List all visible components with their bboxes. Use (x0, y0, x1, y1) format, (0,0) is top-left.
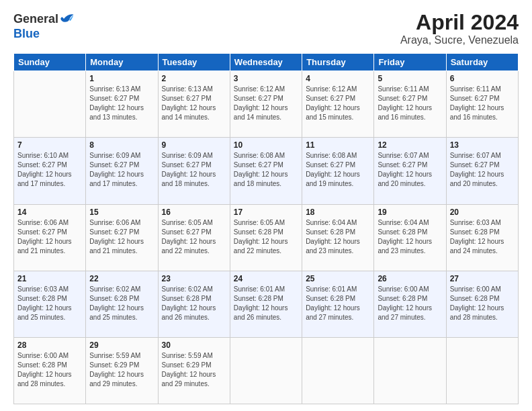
calendar-cell: 3Sunrise: 6:12 AMSunset: 6:27 PMDaylight… (230, 71, 302, 138)
calendar-cell: 4Sunrise: 6:12 AMSunset: 6:27 PMDaylight… (302, 71, 374, 138)
weekday-header-tuesday: Tuesday (158, 54, 230, 71)
weekday-header-monday: Monday (86, 54, 158, 71)
header: General Blue April 2024 Araya, Sucre, Ve… (13, 11, 519, 46)
day-number: 7 (17, 140, 82, 150)
weekday-header-friday: Friday (374, 54, 446, 71)
calendar-cell: 15Sunrise: 6:06 AMSunset: 6:27 PMDayligh… (86, 204, 158, 271)
day-info: Sunrise: 6:13 AMSunset: 6:27 PMDaylight:… (89, 85, 154, 122)
day-number: 19 (378, 208, 442, 217)
day-info: Sunrise: 6:00 AMSunset: 6:28 PMDaylight:… (450, 285, 515, 322)
day-number: 18 (306, 208, 370, 217)
day-number: 23 (162, 274, 226, 283)
day-info: Sunrise: 6:08 AMSunset: 6:27 PMDaylight:… (306, 151, 370, 189)
day-info: Sunrise: 6:00 AMSunset: 6:28 PMDaylight:… (378, 285, 442, 322)
day-number: 3 (234, 74, 298, 83)
calendar-cell: 30Sunrise: 5:59 AMSunset: 6:29 PMDayligh… (158, 337, 230, 404)
day-info: Sunrise: 6:07 AMSunset: 6:27 PMDaylight:… (378, 151, 442, 189)
calendar-cell: 28Sunrise: 6:00 AMSunset: 6:28 PMDayligh… (14, 337, 86, 404)
day-number: 14 (17, 208, 82, 217)
day-info: Sunrise: 5:59 AMSunset: 6:29 PMDaylight:… (162, 351, 226, 389)
day-number: 26 (378, 274, 442, 283)
day-info: Sunrise: 6:09 AMSunset: 6:27 PMDaylight:… (162, 151, 226, 189)
day-number: 11 (306, 140, 370, 150)
weekday-header-saturday: Saturday (446, 54, 518, 71)
calendar-week-1: 1Sunrise: 6:13 AMSunset: 6:27 PMDaylight… (14, 71, 519, 138)
day-number: 16 (162, 208, 226, 217)
calendar-cell (446, 337, 518, 404)
title-block: April 2024 Araya, Sucre, Venezuela (400, 11, 519, 46)
day-info: Sunrise: 6:05 AMSunset: 6:27 PMDaylight:… (162, 218, 226, 256)
calendar-cell: 19Sunrise: 6:04 AMSunset: 6:28 PMDayligh… (374, 204, 446, 271)
day-number: 6 (450, 74, 515, 83)
calendar-cell: 14Sunrise: 6:06 AMSunset: 6:27 PMDayligh… (14, 204, 86, 271)
day-info: Sunrise: 6:13 AMSunset: 6:27 PMDaylight:… (162, 85, 226, 122)
day-info: Sunrise: 6:12 AMSunset: 6:27 PMDaylight:… (234, 85, 298, 122)
day-number: 27 (450, 274, 515, 283)
day-info: Sunrise: 6:02 AMSunset: 6:28 PMDaylight:… (89, 285, 154, 322)
day-number: 15 (89, 208, 154, 217)
calendar-cell: 17Sunrise: 6:05 AMSunset: 6:28 PMDayligh… (230, 204, 302, 271)
day-number: 4 (306, 74, 370, 83)
calendar-cell: 1Sunrise: 6:13 AMSunset: 6:27 PMDaylight… (86, 71, 158, 138)
day-info: Sunrise: 6:05 AMSunset: 6:28 PMDaylight:… (234, 218, 298, 256)
day-info: Sunrise: 6:06 AMSunset: 6:27 PMDaylight:… (89, 218, 154, 256)
day-number: 5 (378, 74, 442, 83)
calendar-cell (374, 337, 446, 404)
weekday-header-thursday: Thursday (302, 54, 374, 71)
calendar-cell: 16Sunrise: 6:05 AMSunset: 6:27 PMDayligh… (158, 204, 230, 271)
calendar-cell: 29Sunrise: 5:59 AMSunset: 6:29 PMDayligh… (86, 337, 158, 404)
day-info: Sunrise: 6:11 AMSunset: 6:27 PMDaylight:… (450, 85, 515, 122)
day-info: Sunrise: 6:01 AMSunset: 6:28 PMDaylight:… (306, 285, 370, 322)
day-info: Sunrise: 6:06 AMSunset: 6:27 PMDaylight:… (17, 218, 82, 256)
calendar-table: SundayMondayTuesdayWednesdayThursdayFrid… (13, 53, 519, 404)
calendar-cell (302, 337, 374, 404)
calendar-cell: 6Sunrise: 6:11 AMSunset: 6:27 PMDaylight… (446, 71, 518, 138)
calendar-cell: 11Sunrise: 6:08 AMSunset: 6:27 PMDayligh… (302, 138, 374, 204)
day-info: Sunrise: 6:04 AMSunset: 6:28 PMDaylight:… (378, 218, 442, 256)
day-info: Sunrise: 6:02 AMSunset: 6:28 PMDaylight:… (162, 285, 226, 322)
calendar-cell (230, 337, 302, 404)
day-number: 24 (234, 274, 298, 283)
logo-blue-text: Blue (13, 27, 40, 40)
month-title: April 2024 (400, 11, 519, 34)
day-number: 25 (306, 274, 370, 283)
calendar-cell: 2Sunrise: 6:13 AMSunset: 6:27 PMDaylight… (158, 71, 230, 138)
day-info: Sunrise: 6:09 AMSunset: 6:27 PMDaylight:… (89, 151, 154, 189)
calendar-cell: 13Sunrise: 6:07 AMSunset: 6:27 PMDayligh… (446, 138, 518, 204)
day-number: 28 (17, 340, 82, 350)
calendar-cell: 23Sunrise: 6:02 AMSunset: 6:28 PMDayligh… (158, 271, 230, 337)
calendar-cell: 27Sunrise: 6:00 AMSunset: 6:28 PMDayligh… (446, 271, 518, 337)
weekday-header-row: SundayMondayTuesdayWednesdayThursdayFrid… (14, 54, 519, 71)
logo-general-text: General (13, 12, 58, 26)
calendar-cell: 10Sunrise: 6:08 AMSunset: 6:27 PMDayligh… (230, 138, 302, 204)
logo-bird-icon (58, 11, 75, 27)
day-info: Sunrise: 6:08 AMSunset: 6:27 PMDaylight:… (234, 151, 298, 189)
day-number: 21 (17, 274, 82, 283)
day-number: 17 (234, 208, 298, 217)
calendar-week-3: 14Sunrise: 6:06 AMSunset: 6:27 PMDayligh… (14, 204, 519, 271)
calendar-week-2: 7Sunrise: 6:10 AMSunset: 6:27 PMDaylight… (14, 138, 519, 204)
calendar-cell: 8Sunrise: 6:09 AMSunset: 6:27 PMDaylight… (86, 138, 158, 204)
day-info: Sunrise: 6:10 AMSunset: 6:27 PMDaylight:… (17, 151, 82, 189)
day-info: Sunrise: 6:07 AMSunset: 6:27 PMDaylight:… (450, 151, 515, 189)
day-info: Sunrise: 6:03 AMSunset: 6:28 PMDaylight:… (450, 218, 515, 256)
day-number: 2 (162, 74, 226, 83)
day-number: 9 (162, 140, 226, 150)
day-number: 8 (89, 140, 154, 150)
day-number: 13 (450, 140, 515, 150)
calendar-cell: 12Sunrise: 6:07 AMSunset: 6:27 PMDayligh… (374, 138, 446, 204)
calendar-cell: 21Sunrise: 6:03 AMSunset: 6:28 PMDayligh… (14, 271, 86, 337)
day-info: Sunrise: 6:11 AMSunset: 6:27 PMDaylight:… (378, 85, 442, 122)
calendar-cell (14, 71, 86, 138)
calendar-cell: 25Sunrise: 6:01 AMSunset: 6:28 PMDayligh… (302, 271, 374, 337)
calendar-cell: 5Sunrise: 6:11 AMSunset: 6:27 PMDaylight… (374, 71, 446, 138)
day-number: 30 (162, 340, 226, 350)
logo: General Blue (13, 11, 75, 41)
calendar-week-5: 28Sunrise: 6:00 AMSunset: 6:28 PMDayligh… (14, 337, 519, 404)
calendar-cell: 20Sunrise: 6:03 AMSunset: 6:28 PMDayligh… (446, 204, 518, 271)
calendar-cell: 7Sunrise: 6:10 AMSunset: 6:27 PMDaylight… (14, 138, 86, 204)
day-info: Sunrise: 6:00 AMSunset: 6:28 PMDaylight:… (17, 351, 82, 389)
day-info: Sunrise: 6:04 AMSunset: 6:28 PMDaylight:… (306, 218, 370, 256)
calendar-week-4: 21Sunrise: 6:03 AMSunset: 6:28 PMDayligh… (14, 271, 519, 337)
calendar-cell: 24Sunrise: 6:01 AMSunset: 6:28 PMDayligh… (230, 271, 302, 337)
